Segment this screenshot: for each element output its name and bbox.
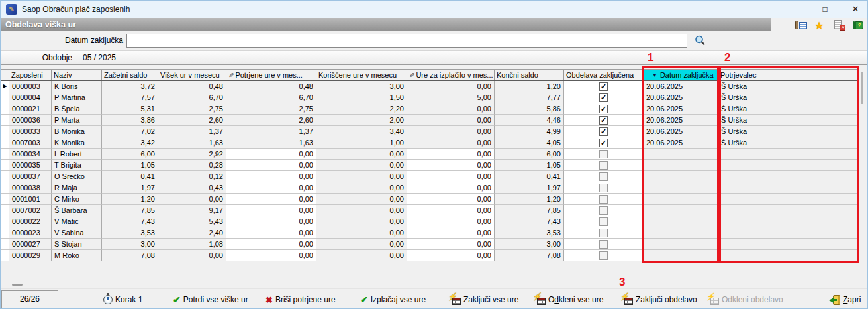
column-header-potrjevalec[interactable]: Potrjevalec	[718, 70, 859, 80]
table-row[interactable]: 0000034L Robert6,002,920,000,000,006,00	[1, 149, 859, 160]
table-row[interactable]: 0007003K Monika3,421,631,631,000,004,05✓…	[1, 137, 859, 149]
cell-datum-zakljucka: 20.06.2025	[644, 115, 718, 126]
cell-zaposleni: 0000036	[9, 115, 52, 126]
column-header-zacetni-saldo[interactable]: Začetni saldo	[102, 70, 158, 80]
odkleni-vse-button[interactable]: ⚡Odkleni vse ure	[533, 292, 603, 307]
zakljucena-checkbox[interactable]: ✓	[599, 105, 608, 113]
header-toolbar: ★ ✕ ?	[795, 20, 865, 31]
row-selector	[1, 160, 9, 171]
cell-ure-izplacilo[interactable]: 0,00	[407, 171, 495, 182]
column-header-koriscene-ure[interactable]: Koriščene ure v mesecu	[316, 70, 407, 80]
cell-koriscene-ure: 2,00	[316, 115, 407, 126]
table-row[interactable]: 0000004P Martina7,576,706,701,505,007,77…	[1, 92, 859, 103]
zakljucena-checkbox[interactable]: ✓	[599, 93, 608, 102]
cell-potrjene-ure[interactable]: 0,00	[226, 205, 316, 216]
cell-ure-izplacilo[interactable]: 0,00	[407, 182, 495, 194]
delete-document-icon[interactable]: ✕	[834, 20, 845, 31]
cell-ure-izplacilo[interactable]: 0,00	[407, 227, 495, 239]
cell-obdelava-zakljucena	[564, 194, 644, 205]
column-header-datum-zakljucka[interactable]: ▼Datum zaključka	[644, 70, 718, 80]
cell-naziv: K Boris	[52, 81, 102, 92]
cell-obdelava-zakljucena	[564, 239, 644, 250]
table-row[interactable]: 0000037O Srečko0,410,120,000,000,000,41	[1, 171, 859, 182]
cell-potrjene-ure[interactable]: 0,00	[226, 250, 316, 261]
cell-ure-izplacilo[interactable]: 0,00	[407, 216, 495, 227]
zakljucena-checkbox[interactable]	[599, 172, 608, 181]
cell-zaposleni: 0007002	[9, 205, 52, 216]
favorites-star-icon[interactable]: ★	[814, 20, 826, 31]
cell-potrjene-ure[interactable]: 0,00	[226, 182, 316, 194]
cell-obdelava-zakljucena	[564, 227, 644, 239]
potrdi-vse-button[interactable]: ✔Potrdi vse viške ur	[173, 292, 248, 307]
zakljucena-checkbox[interactable]: ✓	[599, 127, 608, 136]
zakljucena-checkbox[interactable]	[599, 217, 608, 226]
zakljucena-checkbox[interactable]	[599, 184, 608, 192]
cell-potrjene-ure[interactable]: 0,00	[226, 216, 316, 227]
table-row[interactable]: 0000029M Roko7,080,000,000,000,007,08	[1, 250, 859, 261]
table-row[interactable]: 0000022V Matic7,435,430,000,000,007,43	[1, 216, 859, 227]
column-header-obdelava-zakljucena[interactable]: Obdelava zaključena	[564, 70, 644, 80]
datum-zakljucka-input[interactable]	[126, 34, 687, 48]
cell-potrjene-ure[interactable]: 0,00	[226, 160, 316, 171]
column-header-naziv[interactable]: Naziv	[52, 70, 102, 80]
zakljucena-checkbox[interactable]	[599, 229, 608, 237]
column-header-visek-ur[interactable]: Višek ur v mesecu	[158, 70, 226, 80]
cell-ure-izplacilo[interactable]: 0,00	[407, 205, 495, 216]
zakljucena-checkbox[interactable]	[599, 161, 608, 170]
pin-list-icon[interactable]	[795, 20, 807, 31]
brisi-potrjene-button[interactable]: ✖Briši potrjene ure	[265, 292, 336, 307]
cell-potrjene-ure[interactable]: 0,00	[226, 239, 316, 250]
zapri-button[interactable]: Zapri	[829, 292, 861, 307]
table-row[interactable]: 0000033B Monika7,021,371,373,400,004,99✓…	[1, 126, 859, 137]
search-icon[interactable]	[694, 34, 706, 47]
zakljucena-checkbox[interactable]: ✓	[599, 82, 608, 91]
column-header-potrjene-ure[interactable]: ✎Potrjene ure v mes...	[226, 70, 316, 80]
cell-ure-izplacilo[interactable]: 0,00	[407, 250, 495, 261]
row-selector	[1, 216, 9, 227]
table-row[interactable]: 0000023V Sabina3,532,400,000,000,003,53	[1, 227, 859, 239]
help-book-icon[interactable]: ?	[853, 20, 865, 31]
table-row[interactable]: ▶0000003K Boris3,720,480,483,000,001,20✓…	[1, 81, 859, 92]
korak-button[interactable]: Korak 1	[103, 292, 142, 307]
table-row[interactable]: 0000035T Brigita1,050,280,000,000,001,05	[1, 160, 859, 171]
cell-naziv: B Monika	[52, 126, 102, 137]
maximize-button[interactable]: □	[814, 2, 836, 17]
zakljucena-checkbox[interactable]: ✓	[599, 139, 608, 147]
close-button[interactable]: ✕	[844, 2, 867, 17]
zakljucena-checkbox[interactable]	[599, 240, 608, 249]
zakljucena-checkbox[interactable]	[599, 206, 608, 215]
cell-zacetni-saldo: 1,05	[102, 160, 158, 171]
zakljucena-checkbox[interactable]: ✓	[599, 116, 608, 125]
cell-ure-izplacilo[interactable]: 0,00	[407, 160, 495, 171]
table-row[interactable]: 0001001C Mirko1,200,000,000,000,001,20	[1, 194, 859, 205]
zakljucena-checkbox[interactable]	[599, 195, 608, 204]
izplacaj-vse-button[interactable]: ✔Izplačaj vse ure	[360, 292, 426, 307]
zakljucena-checkbox[interactable]	[599, 251, 608, 260]
zakljucena-checkbox[interactable]	[599, 150, 608, 158]
cell-ure-izplacilo[interactable]: 0,00	[407, 149, 495, 160]
splitter-handle[interactable]	[12, 284, 23, 286]
cell-koncni-saldo: 4,05	[495, 137, 564, 149]
column-header-zaposleni[interactable]: Zaposleni	[9, 70, 52, 80]
table-row[interactable]: 0000021B Špela5,312,752,752,200,005,86✓2…	[1, 103, 859, 115]
cell-koriscene-ure: 0,00	[316, 160, 407, 171]
button-label: Odkleni vse ure	[548, 295, 603, 304]
row-selector	[1, 115, 9, 126]
zakljuci-vse-button[interactable]: ⚡Zaključi vse ure	[448, 292, 518, 307]
cell-potrjene-ure[interactable]: 0,00	[226, 149, 316, 160]
column-header-ure-izplacilo[interactable]: ✎Ure za izplačilo v mes...	[407, 70, 495, 80]
table-row[interactable]: 0000036P Marta3,862,602,602,000,004,46✓2…	[1, 115, 859, 126]
minimize-button[interactable]: −	[782, 2, 804, 17]
cell-ure-izplacilo[interactable]: 0,00	[407, 194, 495, 205]
zakljuci-obdelavo-button[interactable]: ⚡Zaključi obdelavo	[620, 292, 697, 307]
table-row[interactable]: 0007002Š Barbara7,859,170,000,000,007,85	[1, 205, 859, 216]
cell-potrjene-ure[interactable]: 0,00	[226, 171, 316, 182]
cell-ure-izplacilo[interactable]: 0,00	[407, 239, 495, 250]
cell-potrjene-ure[interactable]: 0,00	[226, 194, 316, 205]
cell-potrjene-ure[interactable]: 0,00	[226, 227, 316, 239]
scrollbar[interactable]	[861, 72, 863, 104]
column-header-koncni-saldo[interactable]: Končni saldo	[495, 70, 564, 80]
cell-koriscene-ure: 2,20	[316, 103, 407, 115]
table-row[interactable]: 0000027S Stojan3,001,080,000,000,003,00	[1, 239, 859, 250]
table-row[interactable]: 0000038R Maja1,970,430,000,000,001,97	[1, 182, 859, 194]
